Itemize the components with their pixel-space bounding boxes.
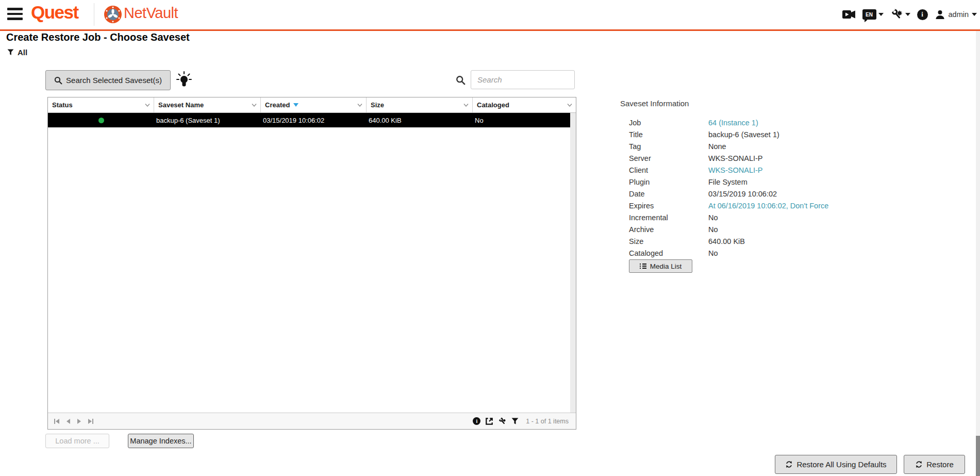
netvault-wordmark[interactable]: NetVault [124, 5, 178, 22]
field-label: Title [629, 130, 708, 139]
field-label: Incremental [629, 214, 708, 222]
netvault-logo-icon[interactable] [104, 5, 122, 24]
sort-descending-icon [293, 103, 298, 107]
filter-funnel-icon [7, 49, 14, 56]
quest-logo[interactable]: Quest [31, 2, 78, 23]
column-label: Status [52, 101, 73, 109]
field-value: 03/15/2019 10:06:02 [708, 190, 777, 198]
hint-lightbulb-icon[interactable] [175, 70, 193, 90]
pagination-controls [54, 419, 93, 424]
first-page-button[interactable] [54, 419, 59, 424]
info-row-client: Client WKS-SONALI-P [629, 164, 828, 176]
scrollbar-thumb[interactable] [976, 436, 980, 476]
brand-divider-line [0, 29, 980, 31]
column-label: Created [265, 101, 290, 109]
field-label: Expires [629, 202, 708, 210]
user-icon [935, 9, 945, 20]
chevron-down-icon [972, 13, 977, 16]
username: admin [949, 10, 969, 19]
field-label: Server [629, 154, 708, 162]
size-cell: 640.00 KiB [367, 113, 473, 127]
field-value: WKS-SONALI-P [708, 154, 763, 162]
media-list-button[interactable]: Media List [629, 259, 692, 273]
table-body: backup-6 (Saveset 1) 03/15/2019 10:06:02… [48, 113, 576, 413]
field-value: No [708, 225, 718, 234]
chevron-down-icon [878, 13, 884, 16]
field-value: backup-6 (Saveset 1) [708, 130, 779, 139]
field-label: Job [629, 119, 708, 127]
language-selector[interactable]: EN [862, 9, 884, 20]
hamburger-menu-icon[interactable] [7, 8, 23, 21]
field-value: No [708, 249, 718, 257]
export-icon[interactable] [485, 417, 493, 425]
wrench-gear-icon [890, 8, 903, 21]
info-row-job: Job 64 (Instance 1) [629, 117, 828, 128]
restore-button[interactable]: Restore [904, 455, 965, 474]
restore-all-defaults-button[interactable]: Restore All Using Defaults [775, 455, 897, 474]
job-link[interactable]: 64 (Instance 1) [708, 119, 758, 127]
table-header-row: Status Saveset Name Created Size Catalog… [48, 97, 576, 113]
table-filter-icon[interactable] [511, 418, 519, 425]
field-value: 640.00 KiB [708, 237, 745, 245]
table-settings-icon[interactable] [498, 417, 507, 425]
restore-icon [915, 461, 923, 468]
column-menu-icon[interactable] [252, 103, 257, 107]
column-menu-icon[interactable] [567, 103, 572, 107]
field-label: Cataloged [629, 249, 708, 257]
field-label: Tag [629, 142, 708, 151]
field-value: None [708, 142, 726, 151]
column-menu-icon[interactable] [463, 103, 469, 107]
restore-label: Restore [926, 460, 954, 469]
search-selected-savesets-button[interactable]: Search Selected Saveset(s) [45, 70, 171, 90]
next-page-button[interactable] [77, 419, 81, 424]
chevron-down-icon [905, 13, 910, 16]
restore-icon [785, 461, 793, 468]
column-header-size[interactable]: Size [367, 97, 473, 112]
tools-menu[interactable] [890, 8, 910, 21]
cataloged-cell: No [473, 113, 570, 127]
search-input[interactable] [471, 70, 575, 89]
column-menu-icon[interactable] [357, 103, 362, 107]
manage-indexes-label: Manage Indexes... [130, 437, 191, 445]
info-row-tag: Tag None [629, 140, 828, 152]
load-more-button[interactable]: Load more ... [45, 434, 109, 448]
status-online-icon [98, 118, 104, 123]
column-label: Size [371, 101, 384, 109]
video-tutorial-icon[interactable] [842, 10, 856, 19]
previous-page-button[interactable] [67, 419, 70, 424]
field-label: Plugin [629, 178, 708, 186]
search-selected-label: Search Selected Saveset(s) [66, 76, 162, 85]
table-info-icon[interactable]: i [473, 417, 480, 425]
manage-indexes-button[interactable]: Manage Indexes... [128, 434, 194, 448]
expires-link[interactable]: At 06/16/2019 10:06:02, Don't Force [708, 202, 828, 210]
info-row-plugin: Plugin File System [629, 176, 828, 188]
table-row-selected[interactable]: backup-6 (Saveset 1) 03/15/2019 10:06:02… [48, 113, 570, 127]
client-link[interactable]: WKS-SONALI-P [708, 166, 763, 174]
field-label: Size [629, 237, 708, 245]
saveset-name-cell: backup-6 (Saveset 1) [154, 113, 261, 127]
column-header-cataloged[interactable]: Cataloged [473, 97, 576, 112]
info-row-archive: Archive No [629, 223, 828, 235]
help-info-icon[interactable]: i [917, 9, 928, 20]
column-header-created[interactable]: Created [261, 97, 367, 112]
page-scrollbar[interactable] [976, 31, 980, 476]
field-label: Client [629, 166, 708, 174]
info-row-incremental: Incremental No [629, 211, 828, 223]
column-header-saveset-name[interactable]: Saveset Name [154, 97, 261, 112]
field-value: File System [708, 178, 748, 186]
column-menu-icon[interactable] [145, 103, 150, 107]
column-label: Saveset Name [158, 101, 204, 109]
field-label: Archive [629, 225, 708, 234]
table-footer: i 1 - 1 of 1 items [48, 413, 576, 429]
language-code: EN [866, 12, 873, 18]
last-page-button[interactable] [88, 419, 93, 424]
table-scrollbar[interactable] [570, 113, 576, 413]
active-filter[interactable]: All [7, 48, 27, 57]
restore-all-label: Restore All Using Defaults [796, 460, 886, 469]
page-title: Create Restore Job - Choose Saveset [6, 31, 190, 43]
logo-divider [94, 3, 94, 26]
info-row-expires: Expires At 06/16/2019 10:06:02, Don't Fo… [629, 200, 828, 211]
column-header-status[interactable]: Status [48, 97, 154, 112]
user-menu[interactable]: admin [935, 9, 977, 20]
info-row-server: Server WKS-SONALI-P [629, 152, 828, 164]
